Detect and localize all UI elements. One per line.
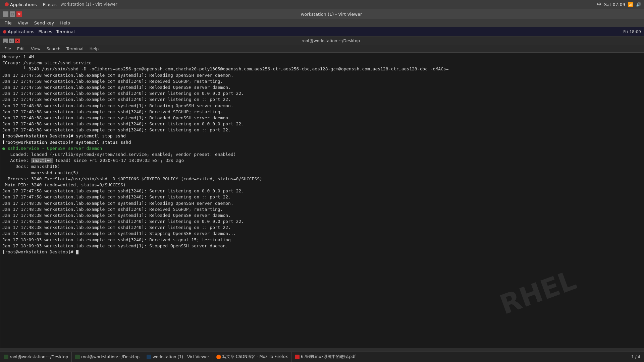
terminal-line: ● sshd.service - OpenSSH server daemon	[2, 145, 642, 152]
terminal-line: Jan 17 17:48:38 workstation.lab.example.…	[2, 219, 642, 225]
taskbar-terminal2-label: root@workstation:~/Desktop	[81, 355, 140, 359]
taskbar-item-virt-viewer[interactable]: workstation (1) - Virt Viewer	[143, 352, 213, 362]
terminal-container: RHEL _ □ ✕ root@workstation:~/Desktop Fi…	[0, 37, 644, 348]
terminal-line: man:sshd_config(5)	[2, 170, 642, 176]
maximize-button[interactable]: □	[10, 11, 15, 17]
terminal-line: Jan 17 17:47:58 workstation.lab.example.…	[2, 90, 642, 97]
virt-viewer-window: _ □ ✕ workstation (1) - Virt Viewer File…	[0, 9, 644, 362]
virt-viewer-taskbar-icon	[147, 355, 151, 359]
terminal-line: Jan 17 17:47:58 workstation.lab.example.…	[2, 72, 642, 78]
terminal-menu-search[interactable]: Search	[44, 46, 63, 52]
terminal-line: Jan 17 18:09:03 workstation.lab.example.…	[2, 231, 642, 237]
terminal-body[interactable]: Memory: 1.4MCGroup: /system.slice/sshd.s…	[0, 53, 644, 344]
close-button[interactable]: ✕	[16, 11, 22, 17]
terminal-line: Jan 17 17:48:38 workstation.lab.example.…	[2, 109, 642, 115]
terminal-line: Jan 17 17:48:38 workstation.lab.example.…	[2, 115, 642, 121]
inner-apps-dot-icon	[3, 30, 6, 34]
terminal2-icon	[75, 355, 80, 359]
terminal-line: CGroup: /system.slice/sshd.service	[2, 60, 642, 66]
outer-applications-button[interactable]: Applications	[3, 1, 39, 8]
terminal-line: Jan 17 17:47:58 workstation.lab.example.…	[2, 97, 642, 103]
inner-terminal-label[interactable]: Terminal	[56, 29, 75, 34]
apps-dot-icon	[5, 2, 9, 6]
taskbar-firefox-label: 写文章-CSDN博客 - Mozilla Firefox	[222, 354, 288, 360]
terminal-line: Jan 17 17:47:58 workstation.lab.example.…	[2, 188, 642, 194]
input-method-icon[interactable]: 中	[597, 1, 601, 7]
virt-viewer-menubar: File View Send key Help	[0, 19, 644, 27]
terminal-line: Jan 17 18:09:03 workstation.lab.example.…	[2, 243, 642, 249]
terminal-line: [root@workstation Desktop]#	[2, 249, 642, 255]
terminal1-icon	[4, 355, 8, 359]
minimize-button[interactable]: _	[3, 11, 8, 17]
outer-applications-label: Applications	[10, 2, 37, 7]
terminal-close-button[interactable]: ✕	[15, 39, 20, 43]
terminal-line: Jan 17 17:48:38 workstation.lab.example.…	[2, 200, 642, 206]
terminal-line: Jan 17 17:48:38 workstation.lab.example.…	[2, 121, 642, 127]
virt-menu-view[interactable]: View	[15, 20, 31, 26]
virt-menu-file[interactable]: File	[2, 20, 14, 26]
volume-icon: 🔊	[636, 2, 641, 7]
virt-viewer-controls: _ □ ✕	[3, 11, 22, 17]
taskbar-page-indicator: 1 / 4	[627, 355, 644, 359]
terminal-line: Jan 17 17:48:38 workstation.lab.example.…	[2, 206, 642, 213]
terminal-menubar: File Edit View Search Terminal Help	[0, 45, 644, 53]
terminal-line: Active: inactive (dead) since Fri 2020-0…	[2, 158, 642, 164]
virt-menu-help[interactable]: Help	[57, 20, 73, 26]
inner-places-label[interactable]: Places	[38, 29, 52, 34]
terminal-line: Jan 17 17:47:58 workstation.lab.example.…	[2, 84, 642, 90]
inner-time: Fri 18:09	[623, 29, 641, 34]
terminal-menu-edit[interactable]: Edit	[14, 46, 28, 52]
terminal-titlebar: _ □ ✕ root@workstation:~/Desktop	[0, 37, 644, 45]
inner-guest-taskbar: Applications Places Terminal Fri 18:09	[0, 27, 644, 37]
terminal-line: Docs: man:sshd(8)	[2, 164, 642, 170]
terminal-line: [root@workstation Desktop]# systemctl st…	[2, 139, 642, 145]
system-time: Sat 07:09	[604, 2, 625, 7]
outer-system-taskbar: Applications Places workstation (1) - Vi…	[0, 0, 644, 9]
taskbar-item-firefox[interactable]: 写文章-CSDN博客 - Mozilla Firefox	[213, 352, 291, 362]
taskbar-pdf-label: 6.管理Linux系统中的进程.pdf	[301, 354, 356, 360]
inactive-badge: inactive	[31, 158, 53, 163]
terminal-line: Jan 17 18:09:03 workstation.lab.example.…	[2, 237, 642, 243]
terminal-line: [root@workstation Desktop]# systemctl st…	[2, 133, 642, 139]
terminal-menu-terminal[interactable]: Terminal	[64, 46, 86, 52]
terminal-line: └─3240 /usr/sbin/sshd -D -oCiphers=aes25…	[2, 66, 642, 72]
network-icon: 📶	[628, 2, 633, 7]
terminal-maximize-button[interactable]: □	[9, 39, 14, 43]
terminal-line: Process: 3240 ExecStart=/usr/sbin/sshd -…	[2, 176, 642, 182]
terminal-line: Jan 17 17:48:38 workstation.lab.example.…	[2, 127, 642, 133]
terminal-line: Jan 17 17:48:38 workstation.lab.example.…	[2, 225, 642, 231]
inner-applications-button[interactable]: Applications	[3, 29, 34, 34]
inner-applications-label: Applications	[8, 29, 34, 34]
virt-viewer-title: workstation (1) - Virt Viewer	[22, 12, 641, 17]
terminal-line: Memory: 1.4M	[2, 54, 642, 60]
terminal-cursor	[76, 250, 78, 254]
terminal-menu-help[interactable]: Help	[87, 46, 101, 52]
terminal-line: Jan 17 17:47:58 workstation.lab.example.…	[2, 194, 642, 200]
terminal-menu-file[interactable]: File	[2, 46, 14, 52]
terminal-title: root@workstation:~/Desktop	[20, 39, 642, 43]
taskbar-terminal1-label: root@workstation:~/Desktop	[10, 355, 68, 359]
taskbar-items: root@workstation:~/Desktop root@workstat…	[0, 352, 359, 362]
terminal-line: Loaded: loaded (/usr/lib/systemd/system/…	[2, 152, 642, 158]
bottom-taskbar: root@workstation:~/Desktop root@workstat…	[0, 352, 644, 362]
outer-window-title: workstation (1) - Virt Viewer	[61, 2, 117, 7]
outer-taskbar-left: Applications Places workstation (1) - Vi…	[3, 1, 117, 8]
pdf-taskbar-icon	[295, 355, 300, 359]
virt-viewer-titlebar: _ □ ✕ workstation (1) - Virt Viewer	[0, 9, 644, 19]
taskbar-item-terminal1[interactable]: root@workstation:~/Desktop	[0, 352, 72, 362]
terminal-line: Jan 17 17:48:38 workstation.lab.example.…	[2, 103, 642, 109]
outer-places-label[interactable]: Places	[43, 2, 56, 7]
terminal-window-controls: _ □ ✕	[3, 39, 20, 43]
outer-taskbar-right: 中 Sat 07:09 📶 🔊	[597, 1, 641, 7]
firefox-taskbar-icon	[216, 355, 221, 359]
terminal-line: Jan 17 17:48:38 workstation.lab.example.…	[2, 213, 642, 219]
taskbar-item-pdf[interactable]: 6.管理Linux系统中的进程.pdf	[291, 352, 359, 362]
terminal-line: Jan 17 17:47:58 workstation.lab.example.…	[2, 78, 642, 84]
taskbar-virt-viewer-label: workstation (1) - Virt Viewer	[153, 355, 209, 359]
terminal-line: Main PID: 3240 (code=exited, status=0/SU…	[2, 182, 642, 188]
virt-menu-sendkey[interactable]: Send key	[32, 20, 57, 26]
taskbar-item-terminal2[interactable]: root@workstation:~/Desktop	[72, 352, 143, 362]
terminal-minimize-button[interactable]: _	[3, 39, 8, 43]
terminal-menu-view[interactable]: View	[28, 46, 43, 52]
